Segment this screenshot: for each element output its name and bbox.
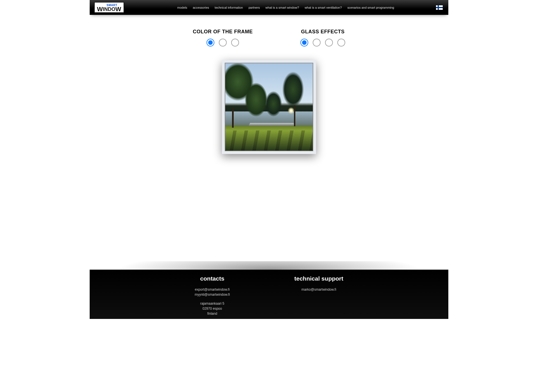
- window-preview-frame: [222, 60, 316, 154]
- glass-effect-option-2[interactable]: [313, 39, 321, 46]
- scene-dock: [249, 123, 295, 126]
- scene-tree-left-2: [245, 83, 267, 116]
- footer-address-1: rajamaankaari 5: [195, 302, 230, 305]
- site-footer: contacts export@smartwindow.fi myynti@sm…: [90, 270, 448, 319]
- scene-shadows: [225, 130, 313, 151]
- frame-color-option-3[interactable]: [231, 39, 239, 46]
- brand-logo[interactable]: SMART WINDOW: [94, 2, 124, 13]
- nav-models[interactable]: models: [177, 6, 187, 9]
- nav-accessories[interactable]: accessories: [193, 6, 209, 9]
- window-preview-pane: [225, 63, 313, 151]
- site-header: SMART WINDOW models accessories technica…: [90, 0, 448, 15]
- glass-effects-group: GLASS EFFECTS: [300, 29, 345, 46]
- footer-support-email[interactable]: marko@smartwindow.fi: [294, 288, 343, 291]
- footer-address-3: finland: [195, 312, 230, 316]
- logo-bottom: WINDOW: [97, 6, 121, 12]
- configurator-main: COLOR OF THE FRAME GLASS EFFECTS: [90, 15, 448, 211]
- frame-color-group: COLOR OF THE FRAME: [193, 29, 253, 46]
- glass-effect-option-4[interactable]: [337, 39, 345, 46]
- glass-effect-option-1[interactable]: [300, 39, 308, 46]
- nav-partners[interactable]: partners: [249, 6, 260, 9]
- footer-contacts: contacts export@smartwindow.fi myynti@sm…: [195, 275, 230, 317]
- glass-effects-radios: [300, 39, 345, 46]
- frame-color-radios: [193, 39, 253, 46]
- footer-contact-email-2[interactable]: myynti@smartwindow.fi: [195, 293, 230, 297]
- footer-contacts-heading: contacts: [195, 275, 230, 282]
- footer-contact-email-1[interactable]: export@smartwindow.fi: [195, 288, 230, 291]
- scene-trunk-right: [294, 105, 295, 126]
- glass-effects-heading: GLASS EFFECTS: [300, 29, 345, 35]
- footer-address-2: 02970 espoo: [195, 307, 230, 311]
- nav-scenarios[interactable]: scenarios and smart programming: [347, 6, 394, 9]
- footer-top-shadow: [90, 261, 448, 270]
- nav-technical[interactable]: technical information: [215, 6, 243, 9]
- controls-row: COLOR OF THE FRAME GLASS EFFECTS: [90, 29, 448, 46]
- scene-tree-right: [279, 72, 307, 122]
- frame-color-option-1[interactable]: [207, 39, 214, 46]
- frame-color-heading: COLOR OF THE FRAME: [193, 29, 253, 35]
- preview-scene: [225, 63, 313, 151]
- main-nav: models accessories technical information…: [177, 6, 400, 9]
- scene-trunk-left: [232, 108, 234, 128]
- language-flag-fi-icon[interactable]: [436, 5, 443, 10]
- nav-smart-ventilation[interactable]: what is a smart ventilation?: [305, 6, 342, 9]
- footer-support: technical support marko@smartwindow.fi: [294, 275, 343, 317]
- glass-effect-option-3[interactable]: [325, 39, 333, 46]
- frame-color-option-2[interactable]: [219, 39, 227, 46]
- nav-smart-window[interactable]: what is a smart window?: [265, 6, 299, 9]
- footer-support-heading: technical support: [294, 275, 343, 282]
